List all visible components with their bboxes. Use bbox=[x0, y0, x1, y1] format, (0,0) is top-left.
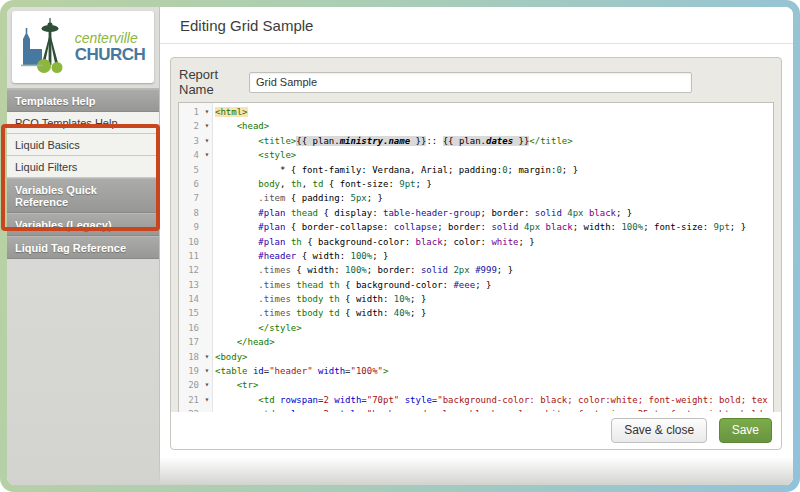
code-line[interactable]: 16 </style> bbox=[179, 321, 773, 335]
code-text: <body> bbox=[215, 350, 248, 364]
code-text: <tr> bbox=[215, 378, 258, 392]
line-number: 21 bbox=[179, 393, 199, 407]
church-logo-text: centerville CHURCH bbox=[75, 31, 146, 63]
page-title: Editing Grid Sample bbox=[160, 7, 793, 44]
code-line[interactable]: 5 * { font-family: Verdana, Arial; paddi… bbox=[179, 163, 773, 177]
code-text: .times thead th { background-color: #eee… bbox=[215, 278, 491, 292]
fold-gutter-spacer bbox=[199, 321, 215, 335]
code-line[interactable]: 2▾ <head> bbox=[179, 119, 773, 133]
code-line[interactable]: 17 </head> bbox=[179, 335, 773, 349]
fold-gutter-spacer bbox=[199, 306, 215, 320]
fold-toggle-icon[interactable]: ▾ bbox=[199, 350, 215, 364]
code-line[interactable]: 20▾ <tr> bbox=[179, 378, 773, 392]
code-line[interactable]: 8 #plan thead { display: table-header-gr… bbox=[179, 206, 773, 220]
code-text: <head> bbox=[215, 119, 269, 133]
line-number: 16 bbox=[179, 321, 199, 335]
line-number: 8 bbox=[179, 206, 199, 220]
line-number: 19 bbox=[179, 364, 199, 378]
fold-toggle-icon[interactable]: ▾ bbox=[199, 119, 215, 133]
line-number: 6 bbox=[179, 177, 199, 191]
code-line[interactable]: 11 #header { width: 100%; } bbox=[179, 249, 773, 263]
line-number: 20 bbox=[179, 378, 199, 392]
code-text: .times tbody td { width: 40%; } bbox=[215, 306, 426, 320]
line-number: 18 bbox=[179, 350, 199, 364]
fold-gutter-spacer bbox=[199, 235, 215, 249]
fold-toggle-icon[interactable]: ▾ bbox=[199, 105, 215, 119]
code-text: .item { padding: 5px; } bbox=[215, 191, 383, 205]
screenshot-frame: centerville CHURCH Templates HelpPCO Tem… bbox=[0, 0, 800, 492]
save-button[interactable]: Save bbox=[719, 418, 772, 443]
fold-gutter-spacer bbox=[199, 278, 215, 292]
fold-gutter-spacer bbox=[199, 177, 215, 191]
church-logo: centerville CHURCH bbox=[12, 11, 154, 83]
code-text: <table id="header" width="100%"> bbox=[215, 364, 388, 378]
code-text: <html> bbox=[215, 105, 248, 119]
sidebar-item-liquid-filters[interactable]: Liquid Filters bbox=[7, 156, 159, 178]
code-text: #plan { border-collapse: collapse; borde… bbox=[215, 220, 746, 234]
code-line[interactable]: 6 body, th, td { font-size: 9pt; } bbox=[179, 177, 773, 191]
fold-toggle-icon[interactable]: ▾ bbox=[199, 134, 215, 148]
line-number: 15 bbox=[179, 306, 199, 320]
fold-toggle-icon[interactable]: ▾ bbox=[199, 148, 215, 162]
report-edit-panel: Report Name 1▾<html>2▾ <head>3▾ <title>{… bbox=[170, 57, 782, 450]
code-text: </style> bbox=[215, 321, 302, 335]
sidebar: centerville CHURCH Templates HelpPCO Tem… bbox=[7, 7, 160, 485]
code-line[interactable]: 10 #plan th { background-color: black; c… bbox=[179, 235, 773, 249]
code-line[interactable]: 13 .times thead th { background-color: #… bbox=[179, 278, 773, 292]
code-text: <title>{{ plan.ministry.name }}:: {{ pla… bbox=[215, 134, 573, 148]
logo-line1: centerville bbox=[75, 31, 146, 45]
sidebar-item-liquid-tag-reference[interactable]: Liquid Tag Reference bbox=[7, 236, 159, 259]
code-line[interactable]: 9 #plan { border-collapse: collapse; bor… bbox=[179, 220, 773, 234]
fold-gutter-spacer bbox=[199, 263, 215, 277]
fold-gutter-spacer bbox=[199, 292, 215, 306]
logo-line2: CHURCH bbox=[75, 46, 146, 63]
line-number: 13 bbox=[179, 278, 199, 292]
line-number: 4 bbox=[179, 148, 199, 162]
save-and-close-button[interactable]: Save & close bbox=[611, 418, 707, 443]
code-editor[interactable]: 1▾<html>2▾ <head>3▾ <title>{{ plan.minis… bbox=[178, 102, 774, 422]
code-line[interactable]: 15 .times tbody td { width: 40%; } bbox=[179, 306, 773, 320]
sidebar-item-liquid-basics[interactable]: Liquid Basics bbox=[7, 134, 159, 156]
fold-gutter-spacer bbox=[199, 335, 215, 349]
fold-gutter-spacer bbox=[199, 249, 215, 263]
sidebar-item-variables-legacy[interactable]: Variables (Legacy) bbox=[7, 213, 159, 236]
code-lines: 1▾<html>2▾ <head>3▾ <title>{{ plan.minis… bbox=[179, 103, 773, 422]
code-line[interactable]: 4▾ <style> bbox=[179, 148, 773, 162]
code-line[interactable]: 3▾ <title>{{ plan.ministry.name }}:: {{ … bbox=[179, 134, 773, 148]
sidebar-item-templates-help[interactable]: Templates Help bbox=[7, 89, 159, 112]
line-number: 9 bbox=[179, 220, 199, 234]
report-name-input[interactable] bbox=[249, 72, 692, 93]
code-text: .times tbody th { width: 10%; } bbox=[215, 292, 426, 306]
fold-toggle-icon[interactable]: ▾ bbox=[199, 364, 215, 378]
code-text: body, th, td { font-size: 9pt; } bbox=[215, 177, 432, 191]
fold-gutter-spacer bbox=[199, 220, 215, 234]
code-text: <style> bbox=[215, 148, 296, 162]
code-line[interactable]: 7 .item { padding: 5px; } bbox=[179, 191, 773, 205]
code-text: #plan thead { display: table-header-grou… bbox=[215, 206, 632, 220]
fold-gutter-spacer bbox=[199, 206, 215, 220]
main-content: Editing Grid Sample Report Name 1▾<html>… bbox=[160, 7, 793, 485]
code-line[interactable]: 12 .times { width: 100%; border: solid 2… bbox=[179, 263, 773, 277]
panel-footer: Save & close Save bbox=[171, 412, 781, 449]
line-number: 3 bbox=[179, 134, 199, 148]
fold-toggle-icon[interactable]: ▾ bbox=[199, 393, 215, 407]
sidebar-item-pco-templates-help[interactable]: PCO Templates Help bbox=[7, 112, 159, 134]
code-line[interactable]: 21▾ <td rowspan=2 width="70pt" style="ba… bbox=[179, 393, 773, 407]
code-text: </head> bbox=[215, 335, 275, 349]
line-number: 2 bbox=[179, 119, 199, 133]
report-name-label: Report Name bbox=[179, 67, 249, 97]
sidebar-item-variables-quick-reference[interactable]: Variables Quick Reference bbox=[7, 178, 159, 213]
code-text: #plan th { background-color: black; colo… bbox=[215, 235, 535, 249]
code-line[interactable]: 19▾<table id="header" width="100%"> bbox=[179, 364, 773, 378]
code-text: .times { width: 100%; border: solid 2px … bbox=[215, 263, 513, 277]
report-name-row: Report Name bbox=[171, 58, 781, 102]
code-text: #header { width: 100%; } bbox=[215, 249, 388, 263]
code-line[interactable]: 14 .times tbody th { width: 10%; } bbox=[179, 292, 773, 306]
fold-toggle-icon[interactable]: ▾ bbox=[199, 378, 215, 392]
line-number: 14 bbox=[179, 292, 199, 306]
code-line[interactable]: 18▾<body> bbox=[179, 350, 773, 364]
code-text: * { font-family: Verdana, Arial; padding… bbox=[215, 163, 578, 177]
fold-gutter-spacer bbox=[199, 191, 215, 205]
line-number: 17 bbox=[179, 335, 199, 349]
code-line[interactable]: 1▾<html> bbox=[179, 105, 773, 119]
